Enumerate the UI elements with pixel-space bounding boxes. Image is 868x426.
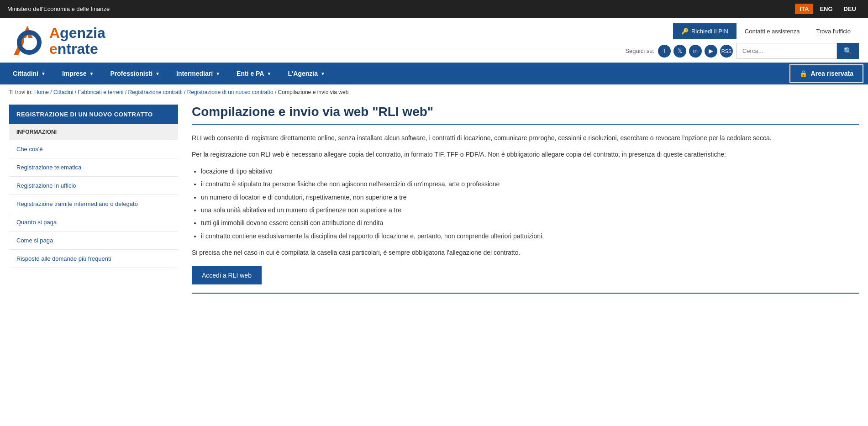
sidebar-title: REGISTRAZIONE DI UN NUOVO CONTRATTO xyxy=(9,105,178,124)
chevron-down-icon: ▼ xyxy=(155,71,160,76)
rli-web-button[interactable]: Accedi a RLI web xyxy=(192,266,262,284)
pin-button[interactable]: 🔑 Richiedi il PIN xyxy=(673,23,736,39)
chevron-down-icon: ▼ xyxy=(267,71,271,76)
sidebar-item-ufficio[interactable]: Registrazione in ufficio xyxy=(9,177,178,195)
sidebar-item-intermediario[interactable]: Registrazione tramite intermediario o de… xyxy=(9,195,178,213)
chevron-down-icon: ▼ xyxy=(216,71,220,76)
search-button[interactable]: 🔍 xyxy=(837,43,859,59)
intro-text: RLI web consente di registrare direttame… xyxy=(192,133,859,143)
logo-area: Agenzia entrate xyxy=(9,23,105,59)
precisa-text: Si precisa che nel caso in cui è compila… xyxy=(192,247,859,258)
breadcrumb-current: Compilazione e invio via web xyxy=(278,89,349,95)
social-search-area: Seguici su: f 𝕏 in ▶ RSS 🔍 xyxy=(625,43,859,59)
lock-icon: 🔒 xyxy=(800,70,807,77)
breadcrumb-registrazione-contratti[interactable]: Registrazione contratti xyxy=(128,89,182,95)
twitter-icon[interactable]: 𝕏 xyxy=(673,45,686,58)
top-bar: Ministero dell'Economia e delle finanze … xyxy=(0,0,868,18)
list-item: il contratto contiene esclusivamente la … xyxy=(201,231,859,241)
title-divider xyxy=(192,124,859,125)
site-header: Agenzia entrate 🔑 Richiedi il PIN Contat… xyxy=(0,18,868,63)
breadcrumb-nuovo-contratto[interactable]: Registrazione di un nuovo contratto xyxy=(187,89,274,95)
lang-ita[interactable]: ITA xyxy=(795,4,813,14)
content-layout: REGISTRAZIONE DI UN NUOVO CONTRATTO INFO… xyxy=(0,100,868,303)
lang-deu[interactable]: DEU xyxy=(839,4,861,14)
nav-professionisti[interactable]: Professionisti ▼ xyxy=(102,63,168,84)
sidebar-item-come-paga[interactable]: Come si paga xyxy=(9,231,178,250)
main-content: Compilazione e invio via web "RLI web" R… xyxy=(192,105,859,294)
search-input[interactable] xyxy=(736,43,837,59)
facebook-icon[interactable]: f xyxy=(658,45,671,58)
rss-icon[interactable]: RSS xyxy=(720,45,733,58)
list-item: un numero di locatori e di conduttori, r… xyxy=(201,192,859,202)
sidebar: REGISTRAZIONE DI UN NUOVO CONTRATTO INFO… xyxy=(9,105,178,294)
sidebar-item-che-cose[interactable]: Che cos'è xyxy=(9,140,178,158)
nav-agenzia[interactable]: L'Agenzia ▼ xyxy=(279,63,333,84)
ministry-name: Ministero dell'Economia e delle finanze xyxy=(7,5,110,12)
nav-intermediari[interactable]: Intermediari ▼ xyxy=(168,63,228,84)
logo-icon xyxy=(9,23,46,59)
contacts-button[interactable]: Contatti e assistenza xyxy=(736,23,808,39)
chevron-down-icon: ▼ xyxy=(41,71,46,76)
utility-nav: 🔑 Richiedi il PIN Contatti e assistenza … xyxy=(673,23,859,39)
bottom-divider xyxy=(192,293,859,294)
search-bar: 🔍 xyxy=(736,43,859,59)
breadcrumb: Ti trovi in: Home / Cittadini / Fabbrica… xyxy=(0,84,868,100)
breadcrumb-cittadini[interactable]: Cittadini xyxy=(53,89,73,95)
nav-enti-pa[interactable]: Enti e PA ▼ xyxy=(228,63,279,84)
requirements-list: locazione di tipo abitativo il contratto… xyxy=(201,166,859,241)
page-title: Compilazione e invio via web "RLI web" xyxy=(192,105,859,119)
language-switcher: ITA ENG DEU xyxy=(795,4,861,14)
lang-eng[interactable]: ENG xyxy=(815,4,837,14)
registration-note: Per la registrazione con RLI web è neces… xyxy=(192,149,859,159)
linkedin-icon[interactable]: in xyxy=(689,45,702,58)
sidebar-item-telematica[interactable]: Registrazione telematica xyxy=(9,158,178,177)
nav-imprese[interactable]: Imprese ▼ xyxy=(54,63,102,84)
chevron-down-icon: ▼ xyxy=(321,71,325,76)
logo-text-area: Agenzia entrate xyxy=(49,25,105,57)
svg-rect-2 xyxy=(24,38,35,44)
list-item: tutti gli immobili devono essere censiti… xyxy=(201,218,859,228)
list-item: il contratto è stipulato tra persone fis… xyxy=(201,179,859,189)
youtube-icon[interactable]: ▶ xyxy=(705,45,717,58)
key-icon: 🔑 xyxy=(681,28,689,35)
breadcrumb-fabbricati[interactable]: Fabbricati e terreni xyxy=(78,89,123,95)
area-riservata-button[interactable]: 🔒 Area riservata xyxy=(789,64,863,83)
sidebar-section-label: INFORMAZIONI xyxy=(9,124,178,140)
office-button[interactable]: Trova l'ufficio xyxy=(808,23,859,39)
breadcrumb-home[interactable]: Home xyxy=(34,89,49,95)
header-right: 🔑 Richiedi il PIN Contatti e assistenza … xyxy=(625,23,859,59)
list-item: locazione di tipo abitativo xyxy=(201,166,859,176)
sidebar-item-quanto-paga[interactable]: Quanto si paga xyxy=(9,213,178,231)
sidebar-item-faq[interactable]: Risposte alle domande più frequenti xyxy=(9,250,178,268)
social-label: Seguici su: xyxy=(625,47,654,54)
chevron-down-icon: ▼ xyxy=(89,71,94,76)
main-navigation: Cittadini ▼ Imprese ▼ Professionisti ▼ I… xyxy=(0,63,868,84)
list-item: una sola unità abitativa ed un numero di… xyxy=(201,205,859,215)
social-icons: f 𝕏 in ▶ RSS xyxy=(658,45,733,58)
nav-cittadini[interactable]: Cittadini ▼ xyxy=(5,63,54,84)
